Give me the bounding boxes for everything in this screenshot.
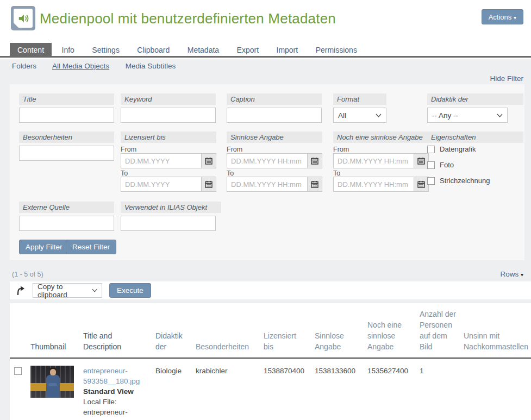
filter-label-format: Format [333,93,386,105]
calendar-icon[interactable] [414,153,429,168]
filter-label-didaktik: Didaktik der [427,93,523,105]
noch-to-group [333,177,429,192]
filter-label-besonderheiten: Besonderheiten [19,131,114,143]
tab-metadata[interactable]: Metadata [180,43,227,58]
externe-quelle-input[interactable] [19,216,114,231]
subtab-bar: Folders All Media Objects Media Subtitle… [12,62,190,70]
table-action-toolbar: Copy to clipboard Execute [10,281,531,299]
header-title-description[interactable]: Title and Description [79,303,151,358]
subtab-folders[interactable]: Folders [12,62,36,70]
filter-label-verwendet: Verwendet in ILIAS Objekt [121,202,221,213]
sinnlose-from-label: From [227,146,242,153]
filter-label-noch: Noch eine sinnlose Angabe [333,131,429,143]
calendar-icon[interactable] [414,177,429,192]
media-object-link[interactable]: entrepreneur-593358__180.jpg [83,366,148,386]
filter-label-caption: Caption [227,93,322,105]
header-thumbnail: Thumbnail [26,303,79,358]
filter-panel: Title Keyword Caption Format Didaktik de… [10,84,524,260]
besonderheiten-filter-input[interactable] [19,146,114,161]
result-range: (1 - 5 of 5) [12,271,43,278]
noch-to-label: To [333,170,340,177]
datengrafik-checkbox[interactable] [427,146,435,153]
title-filter-input[interactable] [19,108,114,123]
calendar-icon[interactable] [201,177,216,192]
calendar-icon[interactable] [307,153,322,168]
foto-label: Foto [440,161,454,169]
calendar-icon[interactable] [201,153,216,168]
tab-info[interactable]: Info [54,43,82,58]
verwendet-input[interactable] [121,216,216,231]
table-row: entrepreneur-593358__180.jpg Standard Vi… [10,358,531,417]
hide-filter-link[interactable]: Hide Filter [490,74,523,83]
tab-permissions[interactable]: Permissions [308,43,365,58]
chevron-down-icon [497,114,503,117]
cell-besonderheiten: krabichler [191,358,259,417]
format-filter-select[interactable]: All [333,108,386,123]
caret-down-icon: ▾ [514,15,516,21]
checkbox-row-strichzeichnung: Strichzeichnung [427,177,490,185]
table-action-select[interactable]: Copy to clipboard [33,283,102,298]
speaker-icon [14,9,33,28]
noch-from-label: From [333,146,349,153]
noch-from-input[interactable] [333,153,414,168]
row-select-checkbox[interactable] [14,367,22,375]
cell-noch: 1535627400 [363,358,415,417]
sinnlose-from-group [227,153,322,168]
lizensiert-from-input[interactable] [121,153,201,168]
didaktik-filter-select[interactable]: -- Any -- [427,108,508,123]
tab-export[interactable]: Export [229,43,266,58]
sinnlose-from-input[interactable] [227,153,307,168]
lizensiert-from-label: From [121,146,136,153]
execute-button[interactable]: Execute [109,283,151,298]
reset-filter-button[interactable]: Reset Filter [66,240,116,254]
header-anzahl: Anzahl der Personen auf dem Bild [415,303,459,358]
media-objects-table: Thumbnail Title and Description Didaktik… [10,303,531,420]
strichzeichnung-checkbox[interactable] [427,177,435,185]
sinnlose-to-group [227,177,322,192]
header-select [10,303,26,358]
header-unsinn: Unsinn mit Nachkommastellen [459,303,531,358]
calendar-icon[interactable] [307,177,322,192]
tab-content[interactable]: Content [10,43,52,58]
table-header-row: Thumbnail Title and Description Didaktik… [10,303,531,358]
sinnlose-to-input[interactable] [227,177,307,192]
media-pool-page: Medienpool mit benutzerdefinierten Metad… [0,0,531,420]
rows-dropdown[interactable]: Rows ▾ [500,270,523,278]
header-besonderheiten: Besonderheiten [191,303,259,358]
header-noch: Noch eine sinnlose Angabe [363,303,415,358]
checkbox-row-foto: Foto [427,161,454,169]
checkbox-row-datengrafik: Datengrafik [427,145,476,153]
cell-sinnlose: 1538133600 [310,358,363,417]
tab-clipboard[interactable]: Clipboard [129,43,177,58]
lizensiert-to-label: To [121,170,128,177]
noch-from-group [333,153,429,168]
sinnlose-to-label: To [227,170,234,177]
foto-checkbox[interactable] [427,161,435,169]
header-didaktik[interactable]: Didaktik der [151,303,191,358]
actions-button[interactable]: Actions ▾ [482,9,523,24]
strichzeichnung-label: Strichzeichnung [440,177,490,185]
filter-label-eigenschaften: Eigenschaften [427,131,523,143]
filter-label-sinnlose: Sinnlose Angabe [227,131,322,143]
filter-label-title: Title [19,93,114,105]
tab-settings[interactable]: Settings [84,43,127,58]
tab-import[interactable]: Import [269,43,306,58]
subtab-all-media-objects[interactable]: All Media Objects [52,62,109,70]
media-thumbnail[interactable] [30,366,74,398]
apply-filter-button[interactable]: Apply Filter [19,240,69,254]
media-pool-icon [11,6,35,30]
file-label: Local File: [83,397,148,407]
chevron-down-icon [92,289,97,292]
caption-filter-input[interactable] [227,108,322,123]
subtab-media-subtitles[interactable]: Media Subtitles [126,62,176,70]
tab-bar: Content Info Settings Clipboard Metadata… [0,43,531,58]
header-lizensiert: Lizensiert bis [259,303,310,358]
cell-anzahl: 1 [415,358,459,417]
noch-to-input[interactable] [333,177,414,192]
caret-down-icon: ▾ [521,272,523,278]
chevron-down-icon [376,114,382,117]
filter-label-externe: Externe Quelle [19,202,114,213]
media-view-label: Standard View [83,386,148,397]
lizensiert-to-input[interactable] [121,177,201,192]
keyword-filter-input[interactable] [121,108,216,123]
